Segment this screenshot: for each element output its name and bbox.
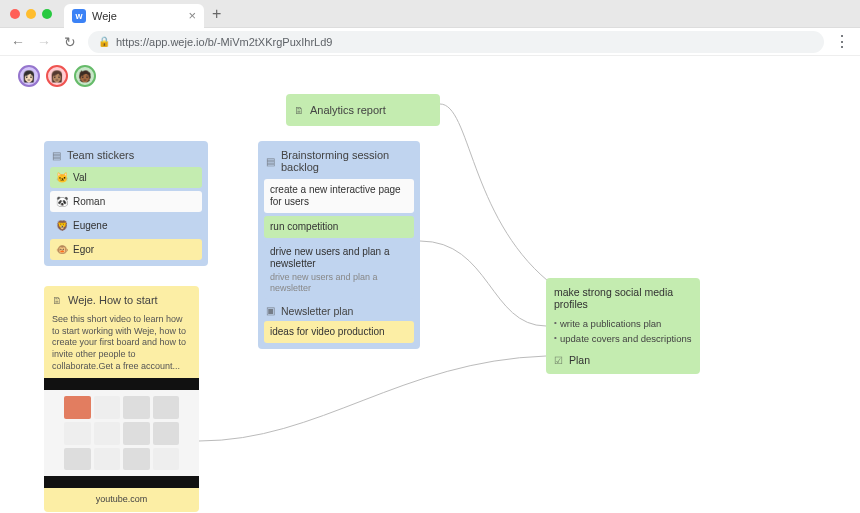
card-header: 🗎 Weje. How to start <box>50 292 193 312</box>
video-thumbnail[interactable] <box>44 378 199 488</box>
sticker-item[interactable]: 🐼Roman <box>50 191 202 212</box>
video-source: youtube.com <box>50 488 193 506</box>
card-header: ▤ Brainstorming session backlog <box>264 147 414 179</box>
sticker-emoji: 🐵 <box>56 244 68 255</box>
task-text: create a new interactive page for users <box>270 184 401 207</box>
document-icon: 🗎 <box>294 105 304 116</box>
card-analytics[interactable]: 🗎 Analytics report <box>286 94 440 126</box>
task-subtext: drive new users and plan a newsletter <box>270 272 408 294</box>
avatar[interactable]: 👩🏻 <box>18 65 40 87</box>
task-item[interactable]: create a new interactive page for users <box>264 179 414 213</box>
url-text: https://app.weje.io/b/-MiVm2tXKrgPuxIhrL… <box>116 36 332 48</box>
browser-titlebar: w Weje × + <box>0 0 860 28</box>
sticker-name: Eugene <box>73 220 107 231</box>
task-text: run competition <box>270 221 338 232</box>
maximize-window-icon[interactable] <box>42 9 52 19</box>
presence-avatars: 👩🏻 👩🏽 🧑🏾 <box>18 65 96 87</box>
tab-favicon: w <box>72 9 86 23</box>
note-icon: ▣ <box>266 305 275 316</box>
forward-icon[interactable]: → <box>36 34 52 50</box>
card-social[interactable]: make strong social media profiles write … <box>546 278 700 374</box>
subheader-title: Newsletter plan <box>281 305 353 317</box>
list-item: write a publications plan <box>552 316 694 331</box>
card-team-stickers[interactable]: ▤ Team stickers 🐱Val🐼Roman🦁Eugene🐵Egor <box>44 141 208 266</box>
tab-title: Weje <box>92 10 117 22</box>
browser-url-bar: ← → ↻ 🔒 https://app.weje.io/b/-MiVm2tXKr… <box>0 28 860 56</box>
task-item[interactable]: drive new users and plan a newsletterdri… <box>264 241 414 299</box>
task-item[interactable]: ideas for video production <box>264 321 414 343</box>
avatar[interactable]: 👩🏽 <box>46 65 68 87</box>
card-subheader: ▣ Newsletter plan <box>264 299 414 321</box>
card-header: ▤ Team stickers <box>50 147 202 167</box>
task-text: drive new users and plan a newsletter <box>270 246 390 269</box>
close-window-icon[interactable] <box>10 9 20 19</box>
back-icon[interactable]: ← <box>10 34 26 50</box>
sticker-emoji: 🐱 <box>56 172 68 183</box>
sticker-emoji: 🐼 <box>56 196 68 207</box>
plan-label: Plan <box>569 354 590 366</box>
sticker-name: Val <box>73 172 87 183</box>
card-title: make strong social media profiles <box>552 284 694 316</box>
task-text: ideas for video production <box>270 326 385 337</box>
card-header: 🗎 Analytics report <box>292 100 434 120</box>
list-item: update covers and descriptions <box>552 331 694 346</box>
sticker-name: Roman <box>73 196 105 207</box>
sticker-item[interactable]: 🐱Val <box>50 167 202 188</box>
url-input[interactable]: 🔒 https://app.weje.io/b/-MiVm2tXKrgPuxIh… <box>88 31 824 53</box>
card-description: See this short video to learn how to sta… <box>50 312 193 378</box>
task-item[interactable]: run competition <box>264 216 414 238</box>
card-title: Analytics report <box>310 104 386 116</box>
card-footer: ☑ Plan <box>552 346 694 368</box>
card-brainstorm[interactable]: ▤ Brainstorming session backlog create a… <box>258 141 420 349</box>
card-title: Team stickers <box>67 149 134 161</box>
list-icon: ▤ <box>266 156 275 167</box>
checkbox-icon: ☑ <box>554 355 563 366</box>
new-tab-button[interactable]: + <box>212 5 221 23</box>
document-icon: 🗎 <box>52 295 62 306</box>
lock-icon: 🔒 <box>98 36 110 47</box>
window-controls <box>10 9 52 19</box>
sticker-item[interactable]: 🦁Eugene <box>50 215 202 236</box>
card-title: Weje. How to start <box>68 294 158 306</box>
browser-menu-icon[interactable]: ⋮ <box>834 32 850 51</box>
tab-close-icon[interactable]: × <box>188 8 196 23</box>
minimize-window-icon[interactable] <box>26 9 36 19</box>
card-title: Brainstorming session backlog <box>281 149 412 173</box>
sticker-item[interactable]: 🐵Egor <box>50 239 202 260</box>
avatar[interactable]: 🧑🏾 <box>74 65 96 87</box>
sticker-name: Egor <box>73 244 94 255</box>
card-howto[interactable]: 🗎 Weje. How to start See this short vide… <box>44 286 199 512</box>
reload-icon[interactable]: ↻ <box>62 34 78 50</box>
whiteboard-canvas[interactable]: 👩🏻 👩🏽 🧑🏾 🗎 Analytics report ▤ Team stick… <box>0 56 860 513</box>
sticker-emoji: 🦁 <box>56 220 68 231</box>
browser-tab[interactable]: w Weje × <box>64 4 204 28</box>
list-icon: ▤ <box>52 150 61 161</box>
